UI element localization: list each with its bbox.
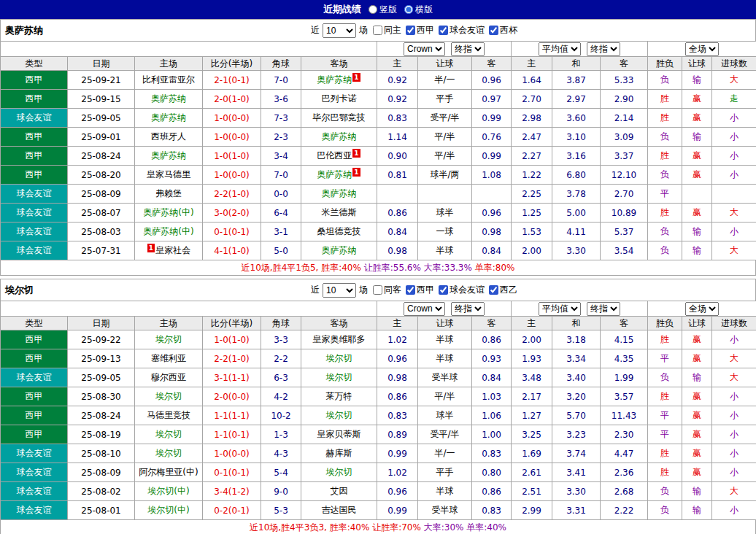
handicap-line: 半/一 (418, 444, 472, 463)
same-venue-checkbox[interactable]: 同客 (373, 284, 401, 296)
average-odds: 2.22 (601, 501, 648, 520)
league-filter-checkbox-box[interactable] (439, 26, 448, 35)
average-final-select[interactable]: 终指 (587, 42, 620, 56)
select-group: 全场 (648, 301, 756, 317)
column-header: 让球 (682, 57, 712, 71)
average-odds: 2.98 (512, 109, 552, 128)
odds-final-select[interactable]: 终指 (451, 42, 485, 56)
match-score: 0-1(0-1) (203, 222, 261, 241)
league-filter-checkbox[interactable]: 西甲 (406, 24, 434, 36)
result-wdl: 胜 (648, 109, 682, 128)
average-odds: 2.90 (601, 90, 648, 109)
column-header: 主 (512, 317, 552, 330)
league-filter-checkbox-box[interactable] (439, 285, 448, 295)
same-venue-checkbox[interactable]: 同主 (373, 24, 401, 36)
handicap-odds: 0.86 (472, 482, 512, 501)
same-venue-checkbox-box[interactable] (373, 26, 382, 35)
team-name: 塞维利亚 (151, 353, 186, 363)
result-handicap: 赢 (682, 330, 712, 349)
league-filter-checkbox[interactable]: 球会友谊 (439, 284, 485, 296)
average-odds: 2.27 (512, 147, 552, 166)
away-team-cell: 莱万特 (301, 387, 377, 406)
match-score: 1-0(0-0) (203, 444, 261, 463)
match-row: 球会友谊25-08-07奥萨苏纳(中)3-0(2-0)6-4米兰德斯0.86球半… (1, 204, 756, 222)
match-score: 3-4(1-2) (203, 482, 261, 501)
corner-count: 6-4 (261, 204, 301, 222)
handicap-odds (377, 185, 418, 204)
handicap-odds: 0.86 (377, 204, 418, 222)
away-team-cell: 埃尔切 (301, 406, 377, 425)
league-filter-checkbox-box[interactable] (406, 285, 415, 295)
horizontal-layout-radio[interactable] (404, 5, 413, 14)
handicap-odds: 1.14 (377, 128, 418, 147)
average-odds: 4.47 (601, 444, 648, 463)
result-wdl: 平 (648, 425, 682, 444)
home-team-cell: 奥萨苏纳(中) (135, 222, 203, 241)
odds-company-select[interactable]: Crown (404, 302, 445, 316)
result-wdl: 平 (648, 406, 682, 425)
layout-vertical-option[interactable]: 竖版 (369, 4, 397, 16)
result-handicap: 输 (682, 368, 712, 387)
same-venue-checkbox-box[interactable] (373, 285, 382, 295)
away-team-cell: 皇家贝蒂斯 (301, 425, 377, 444)
odds-company-select[interactable]: Crown (404, 42, 445, 56)
average-odds: 3.60 (552, 109, 601, 128)
league-filter-checkbox[interactable]: 西杯 (489, 24, 517, 36)
match-row: 球会友谊25-09-05奥萨苏纳1-0(0-0)7-3毕尔巴鄂竞技0.83受平/… (1, 109, 756, 128)
corner-count: 7-0 (261, 166, 301, 185)
fulltime-scope-select[interactable]: 全场 (685, 302, 719, 316)
match-count-select[interactable]: 10 (323, 283, 356, 298)
odds-final-select[interactable]: 终指 (451, 302, 485, 316)
match-score: 1-1(1-1) (203, 406, 261, 425)
away-team-cell: 巴伦西亚1 (301, 147, 377, 166)
league-filter-checkbox[interactable]: 球会友谊 (439, 24, 485, 36)
average-source-select[interactable]: 平均值 (539, 42, 581, 56)
home-team-cell: 埃尔切(中) (135, 501, 203, 520)
average-final-select[interactable]: 终指 (587, 302, 620, 316)
result-goals: 小 (712, 406, 756, 425)
team-name: 西班牙人 (151, 131, 186, 142)
league-filter-checkbox[interactable]: 西乙 (489, 284, 517, 296)
red-card-badge: 1 (352, 73, 360, 82)
corner-count: 5-4 (261, 463, 301, 482)
result-handicap: 赢 (682, 387, 712, 406)
column-header: 比分(半场) (203, 317, 261, 330)
league-filter-checkbox[interactable]: 西甲 (406, 284, 434, 296)
layout-horizontal-option[interactable]: 横版 (404, 4, 433, 16)
team-name: 穆尔西亚 (151, 372, 186, 382)
match-date: 25-09-21 (68, 71, 135, 90)
match-score: 0-1(0-1) (203, 463, 261, 482)
corner-count: 2-3 (261, 128, 301, 147)
average-odds: 2.51 (512, 482, 552, 501)
match-count-select[interactable]: 10 (323, 23, 356, 38)
match-date: 25-08-01 (68, 501, 135, 520)
result-goals (712, 185, 756, 204)
average-odds: 3.10 (552, 128, 601, 147)
league-filter-checkbox-box[interactable] (489, 285, 498, 295)
section-header: 奥萨苏纳近10场同主西甲球会友谊西杯 (0, 19, 756, 41)
league-type-badge: 西甲 (1, 425, 68, 444)
fulltime-scope-select[interactable]: 全场 (685, 42, 719, 56)
match-score: 1-0(0-0) (203, 166, 261, 185)
team-name: 奥萨苏纳(中) (143, 207, 193, 217)
vertical-layout-radio[interactable] (369, 5, 377, 14)
average-odds: 3.40 (552, 368, 601, 387)
result-wdl: 胜 (648, 90, 682, 109)
result-handicap: 输 (682, 501, 712, 520)
result-handicap: 输 (682, 482, 712, 501)
select-group: Crown终指 (377, 301, 512, 317)
average-odds: 3.30 (552, 482, 601, 501)
league-filter-checkbox-box[interactable] (406, 26, 415, 35)
league-type-badge: 球会友谊 (1, 241, 68, 260)
away-team-cell: 巴列卡诺 (301, 90, 377, 109)
result-goals: 小 (712, 330, 756, 349)
average-odds: 3.31 (552, 501, 601, 520)
team-name: 阿尔梅里亚(中) (139, 467, 198, 477)
near-label: 近 (311, 284, 320, 296)
match-score: 3-0(2-0) (203, 204, 261, 222)
average-source-select[interactable]: 平均值 (539, 302, 581, 316)
handicap-line: 平/半 (418, 128, 472, 147)
league-filter-checkbox-box[interactable] (489, 26, 498, 35)
average-odds: 4.15 (601, 330, 648, 349)
result-handicap: 输 (682, 71, 712, 90)
